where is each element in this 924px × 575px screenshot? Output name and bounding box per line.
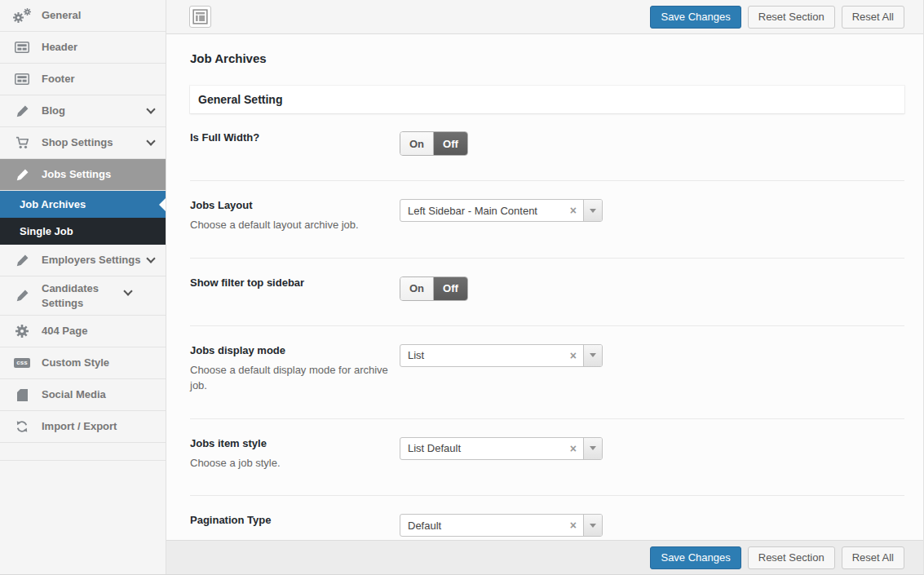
layout-expand-button[interactable] [189,6,211,28]
select-value: List Default [400,438,564,459]
setting-label: Is Full Width? [190,131,391,144]
sidebar-subitem-label: Job Archives [20,198,86,210]
sidebar-item-employers-settings[interactable]: Employers Settings [0,245,166,276]
sidebar-item-label: Blog [42,104,143,118]
select-value: List [400,345,564,366]
setting-label: Show filter top sidebar [190,276,391,289]
setting-label: Jobs item style [190,437,391,449]
select-value: Default [400,515,564,536]
sidebar-item-404-page[interactable]: 404 Page [0,316,166,347]
show-filter-toggle[interactable]: On Off [400,276,468,301]
clear-icon[interactable]: × [564,515,583,536]
sidebar-item-label: Shop Settings [42,135,143,150]
footer-layout-icon [13,73,31,85]
sidebar-item-blog[interactable]: Blog [0,95,166,127]
reset-section-button-bottom[interactable]: Reset Section [748,546,835,569]
reset-all-button-bottom[interactable]: Reset All [842,546,904,569]
toggle-on-option[interactable]: On [400,132,434,155]
setting-label: Pagination Type [190,514,391,526]
clear-icon[interactable]: × [564,438,583,459]
toggle-on-option[interactable]: On [400,277,434,300]
setting-row-jobs-display-mode: Jobs display mode Choose a default displ… [190,326,904,419]
select-value: Left Sidebar - Main Content [400,200,564,221]
top-action-bar: Save Changes Reset Section Reset All [166,0,923,34]
sidebar-item-candidates-settings[interactable]: Candidates Settings [0,276,166,316]
setting-row-pagination-type: Pagination Type Default × [190,496,904,540]
section-title: General Setting [198,93,282,106]
settings-sidebar: General Header Footer Blog Shop S [0,0,166,574]
css-icon: css [13,358,31,368]
sidebar-item-social-media[interactable]: Social Media [0,379,166,411]
sidebar-item-import-export[interactable]: Import / Export [0,411,166,443]
save-changes-button-bottom[interactable]: Save Changes [650,546,741,569]
setting-row-show-filter-top-sidebar: Show filter top sidebar On Off [190,259,904,326]
reset-section-button[interactable]: Reset Section [748,6,835,29]
pencil-icon [13,254,31,267]
settings-content: Job Archives General Setting Is Full Wid… [166,34,923,540]
sidebar-item-label: Employers Settings [42,253,143,268]
sidebar-item-shop-settings[interactable]: Shop Settings [0,127,166,159]
bottom-action-bar: Save Changes Reset Section Reset All [166,540,923,574]
cart-icon [13,136,31,149]
pagination-type-select[interactable]: Default × [400,514,603,537]
jobs-layout-select[interactable]: Left Sidebar - Main Content × [400,199,603,222]
sidebar-item-label: Header [42,40,157,55]
sidebar-item-label: Import / Export [42,419,157,434]
sidebar-divider [0,443,166,461]
gears-icon [13,8,31,23]
setting-description: Choose a default display mode for archiv… [190,362,391,394]
chevron-down-icon [123,286,132,295]
sidebar-subitem-job-archives[interactable]: Job Archives [0,191,166,218]
setting-label: Jobs display mode [190,344,391,356]
toggle-off-option[interactable]: Off [434,277,467,300]
sidebar-item-label: General [42,8,157,23]
active-item-arrow [159,198,166,211]
chevron-down-icon[interactable] [583,200,602,221]
page-icon [13,389,31,401]
jobs-item-style-select[interactable]: List Default × [400,437,603,460]
sidebar-item-label: Candidates Settings [42,281,120,310]
chevron-down-icon [146,104,155,113]
layout-icon [192,9,208,24]
chevron-down-icon[interactable] [583,438,602,459]
sidebar-item-label: Social Media [42,387,157,402]
gear-icon [13,325,31,338]
main-panel: Save Changes Reset Section Reset All Job… [166,0,923,574]
chevron-down-icon [146,254,155,263]
sync-icon [13,420,31,433]
sidebar-item-custom-style[interactable]: css Custom Style [0,347,166,379]
setting-description: Choose a default layout archive job. [190,217,391,233]
setting-row-is-full-width: Is Full Width? On Off [190,113,904,181]
chevron-down-icon[interactable] [583,345,602,366]
theme-options-window: General Header Footer Blog Shop S [0,0,924,575]
jobs-display-mode-select[interactable]: List × [400,344,603,367]
sidebar-item-label: 404 Page [42,324,157,338]
pencil-icon [13,169,31,181]
sidebar-item-footer[interactable]: Footer [0,64,166,95]
toggle-off-option[interactable]: Off [434,132,467,155]
sidebar-item-label: Jobs Settings [42,167,157,182]
sidebar-item-jobs-settings[interactable]: Jobs Settings [0,159,166,191]
page-title: Job Archives [190,51,904,65]
is-full-width-toggle[interactable]: On Off [400,131,468,156]
setting-row-jobs-item-style: Jobs item style Choose a job style. List… [190,419,904,497]
setting-row-jobs-layout: Jobs Layout Choose a default layout arch… [190,181,904,259]
sidebar-item-label: Footer [42,72,157,86]
clear-icon[interactable]: × [564,345,583,366]
reset-all-button[interactable]: Reset All [842,6,904,29]
pencil-icon [13,290,31,302]
chevron-down-icon [146,136,155,145]
sidebar-item-header[interactable]: Header [0,32,166,64]
save-changes-button[interactable]: Save Changes [650,6,741,29]
clear-icon[interactable]: × [564,200,583,221]
setting-description: Choose a job style. [190,455,391,471]
sidebar-subitem-single-job[interactable]: Single Job [0,218,166,245]
chevron-down-icon[interactable] [583,515,602,536]
section-header: General Setting [190,86,904,113]
pencil-icon [13,105,31,117]
sidebar-subitem-label: Single Job [20,225,73,237]
header-layout-icon [13,42,31,53]
sidebar-item-label: Custom Style [42,356,157,370]
sidebar-item-general[interactable]: General [0,0,166,32]
setting-label: Jobs Layout [190,199,391,211]
